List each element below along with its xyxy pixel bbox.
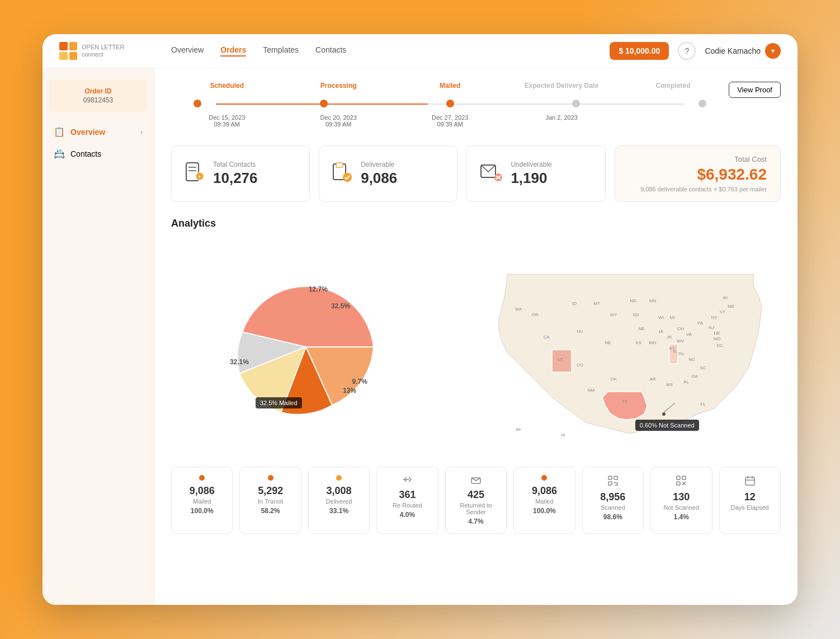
stat-deliverable: Deliverable 9,086 <box>319 145 457 202</box>
svg-text:NV: NV <box>577 329 583 334</box>
metrics-row: 9,086 Mailed 100.0% 5,292 In Transit 58.… <box>171 467 781 534</box>
step-label-scheduled: Scheduled <box>210 82 244 90</box>
svg-text:RI: RI <box>723 295 728 300</box>
date-delivery: Jan 2, 2023 <box>506 111 617 128</box>
not-scanned-pct: 1.4% <box>660 513 702 521</box>
total-cost-card: Total Cost $6,932.62 9,086 deliverable c… <box>615 145 781 202</box>
svg-text:HI: HI <box>561 433 565 438</box>
rerouted-label: Re Routed <box>386 502 428 509</box>
timeline-step-delivery: Expected Delivery Date <box>506 82 617 95</box>
scanned-icon <box>592 475 634 489</box>
logo: OPEN LETTER connect <box>59 42 149 60</box>
nav-links: Overview Orders Templates Contacts <box>171 45 587 57</box>
svg-rect-73 <box>677 482 680 485</box>
svg-text:WA: WA <box>515 307 522 312</box>
days-elapsed-value: 12 <box>729 491 771 503</box>
undeliverable-value: 1,190 <box>511 170 551 187</box>
step-label-delivery: Expected Delivery Date <box>525 82 599 90</box>
total-cost-sub: 9,086 deliverable contacts × $0.763 per … <box>629 186 767 192</box>
balance-button[interactable]: $ 10,000.00 <box>610 42 669 60</box>
timeline-step-scheduled: Scheduled <box>171 82 282 95</box>
delivered-label: Delivered <box>318 498 360 505</box>
metric-mailed-2: 9,086 Mailed 100.0% <box>513 467 575 534</box>
help-button[interactable]: ? <box>678 42 696 60</box>
metric-days-elapsed: 12 Days Elapsed <box>719 467 781 534</box>
calendar-icon <box>729 475 771 489</box>
svg-text:DC: DC <box>716 343 723 348</box>
analytics-body: 32.5% 12.7% 32.1% 9.7% 13% 32.5% Mailed <box>171 241 781 453</box>
nav-overview[interactable]: Overview <box>171 45 204 57</box>
svg-rect-6 <box>336 163 343 167</box>
days-elapsed-label: Days Elapsed <box>729 504 771 511</box>
svg-point-65 <box>662 412 666 416</box>
svg-text:VT: VT <box>720 309 725 314</box>
svg-text:MN: MN <box>649 298 657 303</box>
nav-contacts[interactable]: Contacts <box>315 45 346 57</box>
contacts-stat-icon: + <box>183 161 205 187</box>
nav-templates[interactable]: Templates <box>263 45 299 57</box>
us-map: WA OR CA UT CO NM OK TX AR MS AL GA <box>463 241 776 453</box>
view-proof-button[interactable]: View Proof <box>729 82 781 98</box>
timeline-step-processing: Processing <box>282 82 394 95</box>
metric-scanned: 8,956 Scanned 98.6% <box>582 467 644 534</box>
total-contacts-label: Total Contacts <box>213 161 258 168</box>
map-container: WA OR CA UT CO NM OK TX AR MS AL GA <box>457 241 781 453</box>
total-contacts-value: 10,276 <box>213 170 258 187</box>
svg-text:MS: MS <box>666 382 673 387</box>
logo-sub: connect <box>82 51 124 58</box>
user-menu[interactable]: Codie Kamacho ▾ <box>705 43 781 59</box>
svg-text:PA: PA <box>697 321 704 326</box>
mailed-2-label: Mailed <box>523 498 565 505</box>
delivered-dot <box>318 475 360 485</box>
stat-undeliverable: Undeliverable 1,190 <box>466 145 605 202</box>
svg-text:NY: NY <box>711 315 718 320</box>
stat-total-contacts: + Total Contacts 10,276 <box>171 145 310 202</box>
sidebar-contacts-label: Contacts <box>70 149 101 158</box>
dot-processing <box>320 100 328 107</box>
not-scanned-icon <box>660 475 702 489</box>
timeline-step-mailed: Mailed <box>394 82 506 95</box>
svg-text:SD: SD <box>633 312 639 317</box>
deliverable-label: Deliverable <box>361 161 397 168</box>
nav-right: $ 10,000.00 ? Codie Kamacho ▾ <box>610 42 781 60</box>
returned-pct: 4.7% <box>455 518 497 525</box>
pie-label-3: 9.7% <box>352 378 367 386</box>
undeliverable-stat-icon <box>478 161 503 187</box>
dot-completed <box>699 100 706 107</box>
svg-text:ND: ND <box>630 298 636 303</box>
svg-text:MT: MT <box>593 301 600 306</box>
date-completed <box>617 111 729 128</box>
metric-in-transit: 5,292 In Transit 58.2% <box>239 467 301 534</box>
transit-pct: 58.2% <box>249 507 291 515</box>
mailed-2-pct: 100.0% <box>523 507 565 515</box>
total-cost-value: $6,932.62 <box>629 166 767 184</box>
svg-text:DE: DE <box>714 331 720 336</box>
sidebar-item-overview[interactable]: 📋 Overview › <box>43 121 154 143</box>
date-text-scheduled: Dec 15, 2023 09:39 AM <box>209 114 245 128</box>
sidebar-item-contacts[interactable]: 📇 Contacts <box>43 143 154 165</box>
not-scanned-value: 130 <box>660 491 702 503</box>
scanned-pct: 98.6% <box>592 513 634 521</box>
svg-text:AR: AR <box>649 377 655 382</box>
svg-text:TN: TN <box>678 351 684 356</box>
svg-text:SC: SC <box>700 365 706 370</box>
svg-text:TX: TX <box>622 399 628 404</box>
svg-text:WY: WY <box>610 312 617 317</box>
svg-rect-72 <box>682 476 686 480</box>
metric-rerouted: 361 Re Routed 4.0% <box>376 467 438 534</box>
svg-text:MI: MI <box>669 315 674 320</box>
map-tooltip: 0.60% Not Scanned <box>635 420 699 431</box>
user-dropdown-chevron[interactable]: ▾ <box>765 43 781 59</box>
user-name: Codie Kamacho <box>705 46 761 55</box>
step-label-completed: Completed <box>656 82 691 90</box>
svg-text:NE: NE <box>605 340 611 345</box>
mailed-1-dot <box>181 475 223 485</box>
dot-scheduled <box>194 100 201 107</box>
svg-text:IN: IN <box>667 335 672 340</box>
rerouted-icon <box>386 475 428 487</box>
nav-orders[interactable]: Orders <box>220 45 246 57</box>
mailed-2-value: 9,086 <box>523 485 565 497</box>
svg-text:+: + <box>198 174 201 180</box>
svg-text:IL: IL <box>673 349 677 354</box>
analytics-section: Analytics <box>171 218 781 453</box>
